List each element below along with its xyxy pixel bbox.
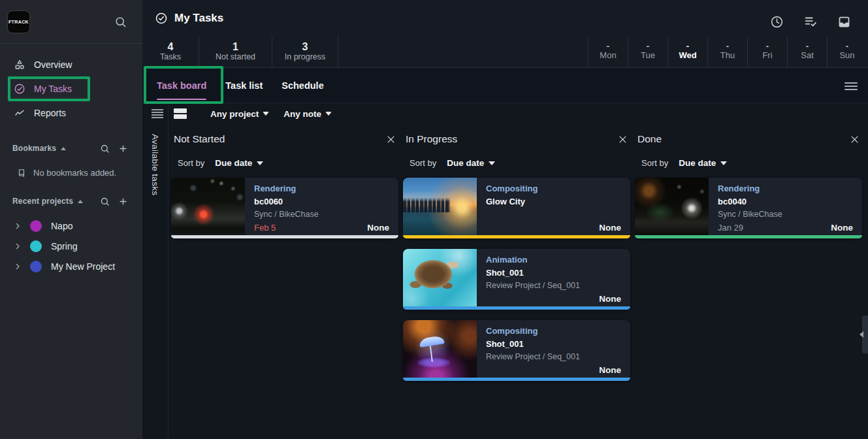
project-row-my-new-project[interactable]: My New Project [13,256,142,276]
recent-projects-title: Recent projects [12,197,73,206]
project-row-spring[interactable]: Spring [13,236,142,256]
add-project-icon[interactable] [118,197,128,206]
task-due-date: Feb 5 [254,223,276,233]
sidebar-header: FTRACK [0,0,142,44]
note-filter-dropdown[interactable]: Any note [283,109,332,119]
task-name: Shot_001 [486,268,621,278]
day-cell-sun[interactable]: - Sun [827,37,867,67]
available-tasks-rail: Available tasks [142,103,169,439]
close-column-icon[interactable] [386,135,396,144]
task-name: Shot_001 [486,339,621,350]
task-path: Sync / BikeChase [254,210,389,220]
search-icon[interactable] [100,144,110,154]
task-thumbnail [403,249,477,306]
day-name: Wed [679,50,696,61]
add-bookmark-icon[interactable] [118,144,128,154]
project-name: My New Project [51,261,115,272]
sidebar-item-label: Reports [34,108,66,118]
stat-value: 3 [302,41,308,52]
day-name: Sat [801,50,814,61]
project-row-napo[interactable]: Napo [13,216,142,236]
day-value: - [766,42,769,50]
project-color-dot [30,240,42,252]
column-title: Not Started [174,133,225,145]
task-type: Animation [486,255,621,265]
status-progress-bar [635,235,862,238]
search-icon[interactable] [114,16,127,28]
day-value: - [686,42,689,50]
day-cell-tue[interactable]: - Tue [628,37,667,67]
chevron-right-icon[interactable] [13,222,22,230]
main-area: My Tasks 4 Tasks 1 [142,0,868,439]
sidebar-item-reports[interactable]: Reports [0,101,142,125]
sort-control[interactable]: Sort by Due date [178,158,398,168]
project-filter-value: Any project [210,109,259,119]
task-card[interactable]: Rendering bc0060 Sync / BikeChase Feb 5 … [171,178,398,238]
day-cell-sat[interactable]: - Sat [787,37,827,67]
available-tasks-tab[interactable]: Available tasks [150,134,160,195]
shapes-overview-icon [14,59,25,71]
task-name: bc0040 [718,197,853,207]
chevron-down-icon [257,161,263,165]
project-name: Napo [51,221,72,231]
sidebar: FTRACK Overview My Tasks [0,0,142,439]
task-assignee: None [831,223,853,233]
board-menu-icon[interactable] [844,80,858,92]
book-icon [17,169,26,178]
column-title: In Progress [406,133,457,145]
sidebar-item-label: My Tasks [34,84,72,94]
task-thumbnail [403,320,477,378]
column-in-progress: In Progress Sort by Due date Compositing [403,124,630,439]
sort-by-label: Sort by [641,158,668,168]
day-value: - [726,42,729,50]
task-type: Rendering [254,184,389,194]
stacked-rows-view-icon[interactable] [174,107,187,120]
app-window: FTRACK Overview My Tasks [0,0,868,439]
day-cell-mon[interactable]: - Mon [588,37,628,67]
task-path: Review Project / Seq_001 [486,281,621,291]
panel-icon[interactable] [837,14,851,29]
close-column-icon[interactable] [618,135,628,144]
sort-control[interactable]: Sort by Due date [641,158,862,168]
clock-icon[interactable] [770,14,784,29]
side-panel-expand-handle[interactable] [862,316,868,353]
day-name: Sun [839,50,854,61]
day-name: Fri [762,50,772,61]
project-filter-dropdown[interactable]: Any project [210,109,269,119]
list-check-icon[interactable] [803,14,818,29]
day-value: - [846,42,848,50]
status-progress-bar [403,306,630,310]
task-card[interactable]: Rendering bc0040 Sync / BikeChase Jan 29… [635,178,862,238]
day-name: Mon [600,50,616,61]
chevron-right-icon[interactable] [13,242,22,250]
day-cell-wed-today[interactable]: - Wed [667,37,707,67]
close-column-icon[interactable] [850,135,860,144]
collapse-triangle-icon[interactable] [78,200,83,203]
task-card[interactable]: Compositing Shot_001 Review Project / Se… [403,320,630,381]
sort-control[interactable]: Sort by Due date [410,158,630,168]
task-card[interactable]: Compositing Glow City None [403,178,630,238]
task-assignee: None [599,365,621,375]
ftrack-logo[interactable]: FTRACK [7,10,30,33]
day-cell-fri[interactable]: - Fri [747,37,787,67]
task-thumbnail [171,178,245,235]
stats-row: 4 Tasks 1 Not started 3 In progress [142,37,338,67]
stat-tasks: 4 Tasks [142,37,199,67]
task-name: bc0060 [254,197,389,207]
day-cell-thu[interactable]: - Thu [707,37,747,67]
sidebar-item-overview[interactable]: Overview [0,52,142,76]
stat-value: 1 [233,41,238,52]
bookmarks-empty: No bookmarks added. [17,168,142,178]
tab-schedule[interactable]: Schedule [281,68,323,103]
search-icon[interactable] [100,197,110,206]
chevron-right-icon[interactable] [13,263,22,270]
collapse-triangle-icon[interactable] [61,147,66,150]
tab-task-board[interactable]: Task board [157,68,206,103]
check-circle-icon [155,12,168,25]
sidebar-item-my-tasks[interactable]: My Tasks [0,76,142,101]
day-name: Tue [641,50,655,61]
column-title: Done [637,133,662,145]
task-card[interactable]: Animation Shot_001 Review Project / Seq_… [403,249,630,310]
sidebar-nav: Overview My Tasks Reports [0,44,142,125]
tab-task-list[interactable]: Task list [225,68,263,103]
